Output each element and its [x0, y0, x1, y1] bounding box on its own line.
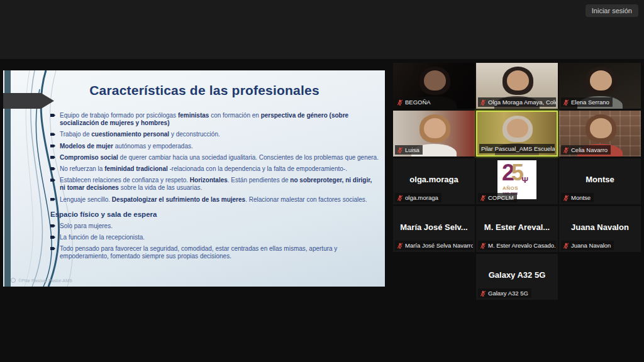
participant-tile-olga-moraga-amaya[interactable]: Olga Moraga Amaya, Colegi...: [476, 63, 558, 109]
slide-subheading: Espacio físico y sala de espera: [50, 211, 379, 218]
slide-bullet: Solo para mujeres.: [50, 222, 379, 230]
watermark-circle-icon: [11, 278, 16, 283]
slide-watermark: ©Pilar Pascual Pastor-AMS: [11, 278, 72, 283]
participant-center-name: Juana Navalon: [562, 222, 638, 231]
bullet-marker-icon: [50, 145, 55, 148]
bullet-text: Equipo de trabajo formado por psicólogas…: [60, 112, 379, 127]
psi-icon: Ψ: [521, 175, 528, 185]
participant-center-name: Galaxy A32 5G: [479, 270, 555, 279]
bullet-marker-icon: [50, 178, 55, 182]
participant-name-label: olga.moraga: [395, 193, 441, 202]
participant-label-text: Montse: [571, 194, 591, 201]
bullet-text: No refuerzan la feminidad tradicional -r…: [60, 165, 347, 173]
participant-label-text: BEGOÑA: [405, 99, 431, 106]
participant-tile-copclm[interactable]: 25ΨAÑOS1995-2020COPCLM: [476, 158, 558, 204]
slide-arrow-shape: [3, 93, 54, 109]
participant-tile-olga-moraga-user[interactable]: olga.moragaolga.moraga: [393, 158, 475, 204]
muted-mic-icon: [563, 195, 569, 201]
bullet-marker-icon: [50, 133, 55, 136]
muted-mic-icon: [480, 290, 486, 297]
participant-tile-luisa[interactable]: Luisa: [393, 111, 475, 156]
muted-mic-icon: [563, 243, 569, 249]
participant-name-label: María José Selva Navarro: [395, 241, 473, 250]
participant-tile-celia-navarro[interactable]: Celia Navarro: [559, 111, 641, 156]
bullet-marker-icon: [50, 224, 55, 228]
muted-mic-icon: [563, 99, 569, 106]
signin-button[interactable]: Iniciar sesión: [586, 4, 638, 17]
muted-mic-icon: [563, 147, 569, 153]
avatar: [424, 118, 446, 138]
participant-label-text: Elena Serrano: [571, 99, 609, 106]
bullet-marker-icon: [50, 156, 55, 159]
participant-tile-elena-serrano[interactable]: Elena Serrano: [559, 63, 641, 109]
participant-name-label: M. Ester Arevalo Casado. AN...: [478, 241, 556, 250]
participant-name-label: Montse: [561, 193, 594, 202]
participant-label-text: Luisa: [405, 146, 419, 153]
participant-name-label: BEGOÑA: [395, 97, 434, 107]
bullet-marker-icon: [50, 167, 55, 170]
bullet-text: Compromiso social de querer cambiar haci…: [60, 154, 379, 162]
participant-center-name: Montse: [562, 174, 638, 184]
bullet-text: Todo pensado para favorecer la seguridad…: [60, 245, 379, 260]
participant-tile-m-ester-arevalo[interactable]: M. Ester Areval...M. Ester Arevalo Casad…: [476, 206, 558, 252]
slide-bullet: Compromiso social de querer cambiar haci…: [50, 154, 379, 162]
participant-tile-juana-navalon[interactable]: Juana NavalonJuana Navalon: [559, 206, 641, 252]
participant-name-label: COPCLM: [478, 193, 517, 202]
participant-label-text: Juana Navalon: [571, 242, 611, 249]
meeting-window: Iniciar sesión Características de las pr…: [0, 0, 644, 362]
participant-name-label: Pilar Pascual_AMS Escuela ESEN: [479, 144, 555, 153]
participant-label-text: COPCLM: [488, 194, 514, 201]
participant-name-label: Elena Serrano: [561, 97, 613, 107]
participant-label-text: M. Ester Arevalo Casado. AN...: [488, 242, 556, 249]
slide-bullet: La función de la recepcionista.: [50, 234, 379, 241]
bullet-text: Establecen relaciones de confianza y res…: [60, 177, 379, 192]
participant-tile-montse[interactable]: MontseMontse: [559, 158, 641, 204]
participant-name-label: Galaxy A32 5G: [478, 288, 531, 298]
participant-tile-pilar-pascual[interactable]: Pilar Pascual_AMS Escuela ESEN: [476, 111, 558, 156]
bullet-text: La función de la recepcionista.: [60, 234, 145, 241]
slide-bullet-list-sub: Solo para mujeres.La función de la recep…: [50, 222, 379, 261]
bullet-text: Lenguaje sencillo. Despatologizar el suf…: [60, 196, 367, 204]
bullet-marker-icon: [50, 236, 55, 239]
bullet-marker-icon: [50, 114, 55, 117]
watermark-text: ©Pilar Pascual Pastor-AMS: [18, 278, 72, 283]
participant-center-name: María José Selv...: [396, 222, 472, 231]
muted-mic-icon: [397, 99, 403, 106]
bullet-marker-icon: [50, 198, 55, 201]
slide-bullet: Todo pensado para favorecer la seguridad…: [50, 245, 379, 260]
avatar: [590, 118, 612, 138]
participant-label-text: Celia Navarro: [571, 146, 608, 153]
participant-video-grid: BEGOÑAOlga Moraga Amaya, Colegi...Elena …: [393, 63, 641, 300]
slide-title: Características de las profesionales: [47, 83, 362, 98]
logo-anos-text: AÑOS: [502, 185, 518, 191]
participant-center-name: M. Ester Areval...: [479, 222, 555, 231]
top-bar: Iniciar sesión: [0, 0, 644, 59]
participant-label-text: María José Selva Navarro: [405, 242, 473, 249]
participant-center-name: olga.moraga: [396, 174, 472, 184]
bullet-text: Trabajo de cuestionamiento personal y de…: [60, 131, 220, 138]
slide-bullet-list-main: Equipo de trabajo formado por psicólogas…: [50, 112, 379, 204]
participant-name-label: Olga Moraga Amaya, Colegi...: [478, 97, 556, 107]
muted-mic-icon: [480, 243, 486, 249]
participant-label-text: Galaxy A32 5G: [488, 290, 528, 297]
slide-bullet: No refuerzan la feminidad tradicional -r…: [50, 165, 379, 173]
avatar: [424, 70, 446, 90]
shared-slide: Características de las profesionales Equ…: [3, 70, 385, 287]
participant-name-label: Juana Navalon: [561, 241, 614, 250]
slide-bullet: Equipo de trabajo formado por psicólogas…: [50, 112, 379, 127]
avatar: [507, 119, 528, 138]
slide-body: Equipo de trabajo formado por psicólogas…: [50, 112, 379, 264]
muted-mic-icon: [480, 195, 486, 201]
avatar: [507, 70, 529, 90]
slide-bullet: Modelos de mujer autónomas y empoderadas…: [50, 143, 379, 150]
participant-tile-galaxy-a32[interactable]: Galaxy A32 5GGalaxy A32 5G: [476, 254, 558, 300]
slide-bullet: Establecen relaciones de confianza y res…: [50, 177, 379, 192]
participant-tile-maria-jose-selva[interactable]: María José Selv...María José Selva Navar…: [393, 206, 475, 252]
muted-mic-icon: [397, 243, 403, 249]
participant-tile-begona[interactable]: BEGOÑA: [393, 63, 475, 109]
bullet-marker-icon: [50, 247, 55, 250]
participant-label-text: Pilar Pascual_AMS Escuela ESEN: [481, 145, 555, 152]
muted-mic-icon: [397, 195, 403, 201]
avatar: [590, 70, 612, 90]
participant-label-text: Olga Moraga Amaya, Colegi...: [488, 99, 556, 106]
